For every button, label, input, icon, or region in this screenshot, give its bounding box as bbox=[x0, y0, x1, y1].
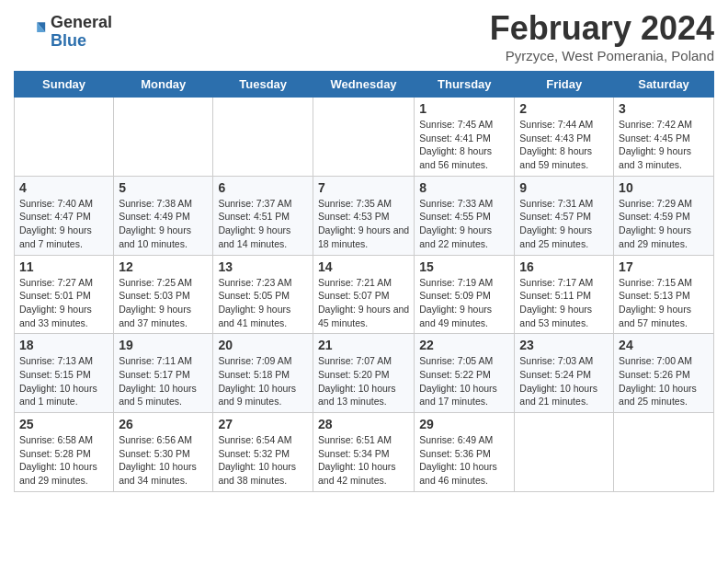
day-info: Sunrise: 6:58 AM Sunset: 5:28 PM Dayligh… bbox=[19, 433, 108, 488]
table-row: 29Sunrise: 6:49 AM Sunset: 5:36 PM Dayli… bbox=[415, 413, 515, 492]
day-info: Sunrise: 7:23 AM Sunset: 5:05 PM Dayligh… bbox=[218, 276, 308, 330]
table-row bbox=[614, 413, 714, 492]
day-number: 23 bbox=[519, 338, 609, 352]
table-row: 7Sunrise: 7:35 AM Sunset: 4:53 PM Daylig… bbox=[313, 176, 414, 255]
day-info: Sunrise: 7:38 AM Sunset: 4:49 PM Dayligh… bbox=[119, 197, 208, 251]
calendar-week-row: 4Sunrise: 7:40 AM Sunset: 4:47 PM Daylig… bbox=[15, 176, 714, 255]
day-number: 12 bbox=[119, 259, 208, 274]
day-number: 7 bbox=[318, 180, 409, 195]
day-number: 16 bbox=[519, 259, 609, 274]
calendar-week-row: 25Sunrise: 6:58 AM Sunset: 5:28 PM Dayli… bbox=[15, 413, 714, 492]
table-row: 13Sunrise: 7:23 AM Sunset: 5:05 PM Dayli… bbox=[213, 255, 313, 334]
day-number: 29 bbox=[419, 417, 509, 431]
day-number: 27 bbox=[218, 417, 308, 431]
day-info: Sunrise: 7:09 AM Sunset: 5:18 PM Dayligh… bbox=[218, 354, 308, 408]
table-row bbox=[313, 98, 414, 177]
day-number: 22 bbox=[419, 338, 509, 352]
table-row: 12Sunrise: 7:25 AM Sunset: 5:03 PM Dayli… bbox=[114, 255, 213, 334]
table-row bbox=[15, 98, 114, 177]
location-subtitle: Pyrzyce, West Pomerania, Poland bbox=[490, 48, 714, 63]
day-number: 19 bbox=[119, 338, 208, 352]
col-sunday: Sunday bbox=[15, 72, 114, 98]
logo-general-text: General bbox=[51, 14, 112, 32]
table-row: 3Sunrise: 7:42 AM Sunset: 4:45 PM Daylig… bbox=[614, 98, 714, 177]
table-row: 25Sunrise: 6:58 AM Sunset: 5:28 PM Dayli… bbox=[15, 413, 114, 492]
table-row: 6Sunrise: 7:37 AM Sunset: 4:51 PM Daylig… bbox=[213, 176, 313, 255]
header: General Blue February 2024 Pyrzyce, West… bbox=[14, 9, 714, 63]
logo-text: General Blue bbox=[51, 14, 112, 51]
day-info: Sunrise: 7:05 AM Sunset: 5:22 PM Dayligh… bbox=[419, 354, 509, 408]
day-info: Sunrise: 7:07 AM Sunset: 5:20 PM Dayligh… bbox=[318, 354, 409, 408]
day-info: Sunrise: 7:00 AM Sunset: 5:26 PM Dayligh… bbox=[619, 354, 709, 408]
table-row: 24Sunrise: 7:00 AM Sunset: 5:26 PM Dayli… bbox=[614, 334, 714, 413]
day-info: Sunrise: 7:11 AM Sunset: 5:17 PM Dayligh… bbox=[119, 354, 208, 408]
day-info: Sunrise: 6:49 AM Sunset: 5:36 PM Dayligh… bbox=[419, 433, 509, 488]
day-info: Sunrise: 7:03 AM Sunset: 5:24 PM Dayligh… bbox=[519, 354, 609, 408]
day-info: Sunrise: 7:29 AM Sunset: 4:59 PM Dayligh… bbox=[619, 197, 709, 251]
table-row: 23Sunrise: 7:03 AM Sunset: 5:24 PM Dayli… bbox=[515, 334, 614, 413]
day-number: 24 bbox=[619, 338, 709, 352]
table-row: 17Sunrise: 7:15 AM Sunset: 5:13 PM Dayli… bbox=[614, 255, 714, 334]
day-number: 11 bbox=[19, 259, 108, 274]
day-number: 8 bbox=[419, 180, 509, 195]
day-info: Sunrise: 7:21 AM Sunset: 5:07 PM Dayligh… bbox=[318, 276, 409, 330]
calendar-week-row: 18Sunrise: 7:13 AM Sunset: 5:15 PM Dayli… bbox=[15, 334, 714, 413]
table-row: 4Sunrise: 7:40 AM Sunset: 4:47 PM Daylig… bbox=[15, 176, 114, 255]
col-wednesday: Wednesday bbox=[313, 72, 414, 98]
day-number: 26 bbox=[119, 417, 208, 431]
table-row: 16Sunrise: 7:17 AM Sunset: 5:11 PM Dayli… bbox=[515, 255, 614, 334]
day-info: Sunrise: 7:35 AM Sunset: 4:53 PM Dayligh… bbox=[318, 197, 409, 251]
day-number: 2 bbox=[519, 101, 609, 116]
table-row: 11Sunrise: 7:27 AM Sunset: 5:01 PM Dayli… bbox=[15, 255, 114, 334]
day-number: 21 bbox=[318, 338, 409, 352]
table-row: 8Sunrise: 7:33 AM Sunset: 4:55 PM Daylig… bbox=[415, 176, 515, 255]
day-info: Sunrise: 7:31 AM Sunset: 4:57 PM Dayligh… bbox=[519, 197, 609, 251]
day-number: 17 bbox=[619, 259, 709, 274]
day-info: Sunrise: 7:17 AM Sunset: 5:11 PM Dayligh… bbox=[519, 276, 609, 330]
calendar-table: Sunday Monday Tuesday Wednesday Thursday… bbox=[14, 71, 714, 492]
day-info: Sunrise: 7:40 AM Sunset: 4:47 PM Dayligh… bbox=[19, 197, 108, 251]
day-number: 1 bbox=[419, 101, 509, 116]
table-row: 18Sunrise: 7:13 AM Sunset: 5:15 PM Dayli… bbox=[15, 334, 114, 413]
day-info: Sunrise: 7:19 AM Sunset: 5:09 PM Dayligh… bbox=[419, 276, 509, 330]
table-row: 1Sunrise: 7:45 AM Sunset: 4:41 PM Daylig… bbox=[415, 98, 515, 177]
table-row: 20Sunrise: 7:09 AM Sunset: 5:18 PM Dayli… bbox=[213, 334, 313, 413]
day-info: Sunrise: 7:44 AM Sunset: 4:43 PM Dayligh… bbox=[519, 118, 609, 172]
col-thursday: Thursday bbox=[415, 72, 515, 98]
day-number: 20 bbox=[218, 338, 308, 352]
day-number: 6 bbox=[218, 180, 308, 195]
table-row: 28Sunrise: 6:51 AM Sunset: 5:34 PM Dayli… bbox=[313, 413, 414, 492]
day-info: Sunrise: 7:42 AM Sunset: 4:45 PM Dayligh… bbox=[619, 118, 709, 172]
day-number: 18 bbox=[19, 338, 108, 352]
title-area: February 2024 Pyrzyce, West Pomerania, P… bbox=[490, 9, 714, 63]
day-info: Sunrise: 6:56 AM Sunset: 5:30 PM Dayligh… bbox=[119, 433, 208, 488]
calendar-header-row: Sunday Monday Tuesday Wednesday Thursday… bbox=[15, 72, 714, 98]
table-row: 19Sunrise: 7:11 AM Sunset: 5:17 PM Dayli… bbox=[114, 334, 213, 413]
table-row bbox=[213, 98, 313, 177]
col-monday: Monday bbox=[114, 72, 213, 98]
day-info: Sunrise: 6:51 AM Sunset: 5:34 PM Dayligh… bbox=[318, 433, 409, 488]
month-year-title: February 2024 bbox=[490, 9, 714, 48]
day-number: 3 bbox=[619, 101, 709, 116]
table-row: 26Sunrise: 6:56 AM Sunset: 5:30 PM Dayli… bbox=[114, 413, 213, 492]
day-info: Sunrise: 7:45 AM Sunset: 4:41 PM Dayligh… bbox=[419, 118, 509, 172]
day-info: Sunrise: 7:25 AM Sunset: 5:03 PM Dayligh… bbox=[119, 276, 208, 330]
table-row bbox=[114, 98, 213, 177]
col-tuesday: Tuesday bbox=[213, 72, 313, 98]
table-row: 22Sunrise: 7:05 AM Sunset: 5:22 PM Dayli… bbox=[415, 334, 515, 413]
day-number: 14 bbox=[318, 259, 409, 274]
day-info: Sunrise: 7:33 AM Sunset: 4:55 PM Dayligh… bbox=[419, 197, 509, 251]
table-row: 2Sunrise: 7:44 AM Sunset: 4:43 PM Daylig… bbox=[515, 98, 614, 177]
table-row: 27Sunrise: 6:54 AM Sunset: 5:32 PM Dayli… bbox=[213, 413, 313, 492]
table-row: 9Sunrise: 7:31 AM Sunset: 4:57 PM Daylig… bbox=[515, 176, 614, 255]
day-number: 9 bbox=[519, 180, 609, 195]
table-row: 5Sunrise: 7:38 AM Sunset: 4:49 PM Daylig… bbox=[114, 176, 213, 255]
day-number: 13 bbox=[218, 259, 308, 274]
calendar-week-row: 11Sunrise: 7:27 AM Sunset: 5:01 PM Dayli… bbox=[15, 255, 714, 334]
table-row: 14Sunrise: 7:21 AM Sunset: 5:07 PM Dayli… bbox=[313, 255, 414, 334]
table-row: 10Sunrise: 7:29 AM Sunset: 4:59 PM Dayli… bbox=[614, 176, 714, 255]
table-row: 15Sunrise: 7:19 AM Sunset: 5:09 PM Dayli… bbox=[415, 255, 515, 334]
day-info: Sunrise: 6:54 AM Sunset: 5:32 PM Dayligh… bbox=[218, 433, 308, 488]
logo: General Blue bbox=[14, 14, 112, 51]
day-info: Sunrise: 7:15 AM Sunset: 5:13 PM Dayligh… bbox=[619, 276, 709, 330]
